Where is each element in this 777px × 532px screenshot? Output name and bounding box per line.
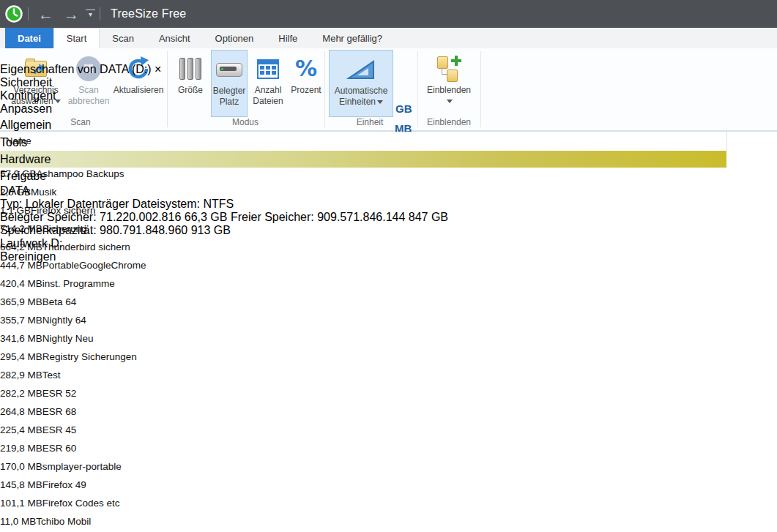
size-gradient-bar	[57, 370, 62, 387]
menu-hilfe[interactable]: Hilfe	[266, 28, 310, 48]
row-size: 101,1 MB	[0, 498, 42, 509]
free-space-bytes: 909.571.846.144	[317, 211, 405, 223]
window-title: TreeSize Free	[111, 7, 186, 20]
used-space-label: Belegter Speicher:	[0, 211, 97, 223]
row-name: Nightly 64	[42, 315, 86, 326]
row-size: 355,7 MB	[0, 315, 42, 326]
tree-row[interactable]: 282,2 MBESR 52	[0, 388, 777, 406]
tab-tools[interactable]: Tools	[0, 134, 109, 151]
group-separator	[480, 51, 481, 127]
titlebar-separator	[28, 7, 29, 20]
tree-row[interactable]: 341,6 MBNightly Neu	[0, 333, 777, 351]
menu-datei[interactable]: Datei	[5, 28, 53, 48]
capacity-human: 913 GB	[191, 224, 231, 236]
history-dropdown-icon[interactable]: ▾	[86, 10, 95, 18]
row-size: 264,8 MB	[0, 406, 42, 417]
cleanup-button[interactable]: Bereinigen	[0, 250, 448, 263]
row-name: inst. Programme	[42, 278, 115, 289]
row-name: Nightly Neu	[42, 333, 94, 344]
row-name: Firefox 49	[42, 479, 86, 490]
row-name: Tchibo Mobil	[36, 516, 91, 527]
tree-row[interactable]: 101,1 MBFirefox Codes etc	[0, 498, 777, 516]
type-value: Lokaler Datenträger	[26, 198, 129, 210]
row-size: 341,6 MB	[0, 333, 42, 344]
treesize-window: ← → ▾ TreeSize Free Datei Start Scan Ans…	[0, 0, 777, 532]
size-gradient-bar	[57, 498, 62, 515]
tree-row[interactable]: 264,8 MBESR 68	[0, 406, 777, 424]
capacity-bytes: 980.791.848.960	[100, 224, 187, 236]
tree-row[interactable]: 225,4 MBESR 45	[0, 424, 777, 443]
forward-arrow-icon[interactable]: →	[59, 7, 84, 22]
menu-mehr-gefaellig[interactable]: Mehr gefällig?	[310, 28, 395, 48]
size-gradient-bar	[57, 517, 59, 532]
row-name: smplayer-portable	[42, 461, 122, 472]
row-size: 365,9 MB	[0, 296, 42, 307]
tab-allgemein[interactable]: Allgemein	[0, 116, 109, 134]
tree-row[interactable]: 219,8 MBESR 60	[0, 443, 777, 461]
tree-row[interactable]: 145,8 MBFirefox 49	[0, 479, 777, 498]
type-label: Typ:	[0, 198, 22, 210]
row-name: Firefox Codes etc	[42, 498, 120, 509]
tree-row[interactable]: 282,9 MBTest	[0, 370, 777, 388]
size-gradient-bar	[57, 334, 62, 351]
size-gradient-bar	[57, 462, 62, 479]
general-tab-panel: DATA Typ: Lokaler Datenträger Dateisyste…	[0, 184, 448, 263]
menu-start[interactable]: Start	[53, 28, 100, 48]
size-gradient-bar	[57, 279, 62, 296]
size-gradient-bar	[57, 315, 62, 332]
filesystem-label: Dateisystem:	[133, 198, 200, 210]
tree-row[interactable]: 420,4 MBinst. Programme	[0, 278, 777, 296]
volume-label-selected-text: DATA	[0, 184, 29, 197]
tab-sicherheit[interactable]: Sicherheit	[0, 76, 146, 89]
free-space-label: Freier Speicher:	[231, 211, 314, 223]
treesize-logo-icon	[4, 4, 23, 23]
row-size: 145,8 MB	[0, 479, 42, 490]
row-size: 282,9 MB	[0, 370, 42, 381]
tree-row[interactable]: 295,4 MBRegistry Sicherungen	[0, 351, 777, 370]
size-gradient-bar	[57, 443, 62, 460]
titlebar-separator	[100, 7, 100, 20]
size-gradient-bar	[57, 297, 62, 314]
size-gradient-bar	[57, 407, 62, 424]
menu-optionen[interactable]: Optionen	[203, 28, 267, 48]
free-space-human: 847 GB	[409, 211, 448, 223]
row-size: 282,2 MB	[0, 388, 42, 399]
capacity-label: Speicherkapazität:	[0, 224, 97, 236]
tree-row[interactable]: 170,0 MBsmplayer-portable	[0, 461, 777, 479]
row-size: 420,4 MB	[0, 278, 42, 289]
properties-dialog: Eigenschaften von DATA (D:) × Sicherheit…	[0, 63, 448, 263]
drive-label: Laufwerk D:	[0, 237, 62, 250]
menu-bar: Datei Start Scan Ansicht Optionen Hilfe …	[0, 28, 777, 48]
used-space-bytes: 71.220.002.816	[100, 211, 181, 223]
size-gradient-bar	[57, 480, 62, 497]
tree-row[interactable]: 11,0 MBTchibo Mobil	[0, 516, 777, 532]
close-icon[interactable]: ×	[155, 63, 161, 75]
size-gradient-bar	[57, 389, 62, 405]
back-arrow-icon[interactable]: ←	[33, 7, 59, 22]
tree-row[interactable]: 355,7 MBNightly 64	[0, 315, 777, 333]
row-size: 170,0 MB	[0, 461, 42, 472]
dialog-title: Eigenschaften von DATA (D:)	[0, 63, 152, 75]
row-size: 295,4 MB	[0, 351, 42, 362]
tab-hardware[interactable]: Hardware	[0, 151, 109, 168]
filesystem-value: NTFS	[203, 198, 234, 210]
menu-scan[interactable]: Scan	[100, 28, 146, 48]
tab-freigabe[interactable]: Freigabe	[0, 168, 111, 184]
dialog-title-bar: Eigenschaften von DATA (D:) ×	[0, 63, 448, 76]
used-space-human: 66,3 GB	[185, 211, 228, 223]
size-gradient-bar	[57, 352, 62, 369]
title-bar: ← → ▾ TreeSize Free	[0, 0, 777, 28]
volume-label-input[interactable]: DATA	[0, 184, 448, 198]
size-gradient-bar	[57, 425, 62, 442]
tree-row[interactable]: 365,9 MBBeta 64	[0, 296, 777, 315]
tab-kontingent[interactable]: Kontingent	[0, 89, 146, 102]
row-size: 219,8 MB	[0, 443, 42, 454]
row-size: 225,4 MB	[0, 424, 42, 435]
row-size: 11,0 MB	[0, 516, 36, 527]
tab-anpassen[interactable]: Anpassen	[0, 102, 145, 116]
menu-ansicht[interactable]: Ansicht	[146, 28, 203, 48]
column-separator[interactable]	[726, 132, 727, 150]
